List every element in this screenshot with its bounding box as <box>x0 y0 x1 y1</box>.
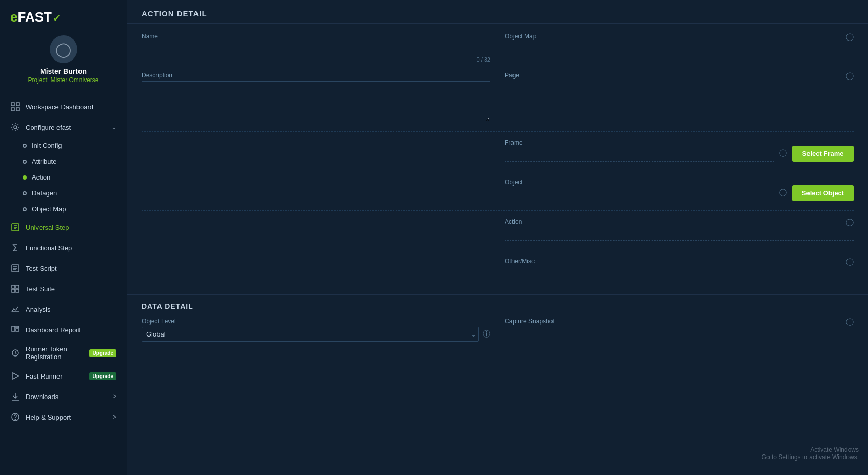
sidebar-item-test-suite[interactable]: Test Suite <box>0 279 127 299</box>
action-help-icon[interactable]: ⓘ <box>846 218 854 228</box>
capture-snapshot-input[interactable] <box>505 327 854 340</box>
sidebar-item-fast-runner[interactable]: Fast Runner Upgrade <box>0 366 127 386</box>
page-group: Page ⓘ <box>505 72 854 122</box>
chart-icon <box>10 304 21 314</box>
name-group: Name 0 / 32 <box>142 33 490 63</box>
sidebar: eFAST✓ ◯ Mister Burton Project: Mister O… <box>0 0 127 475</box>
dashboard-icon <box>10 325 21 335</box>
description-input[interactable] <box>142 81 490 122</box>
svg-rect-1 <box>16 103 19 106</box>
sidebar-item-action[interactable]: Action <box>0 169 127 185</box>
dot-icon <box>23 207 27 211</box>
sidebar-item-help-support[interactable]: Help & Support > <box>0 407 127 427</box>
sidebar-item-attribute[interactable]: Attribute <box>0 153 127 169</box>
select-frame-button[interactable]: Select Frame <box>792 146 854 162</box>
object-input[interactable] <box>505 188 774 201</box>
sidebar-item-label: Init Config <box>32 142 62 149</box>
object-level-group: Object Level Global Local ⌄ ⓘ <box>142 318 490 342</box>
data-detail-section: DATA DETAIL Object Level Global Local ⌄ … <box>127 294 868 356</box>
sidebar-item-label: Downloads <box>26 393 113 401</box>
sidebar-item-functional-step[interactable]: Functional Step <box>0 237 127 258</box>
object-map-help-icon[interactable]: ⓘ <box>846 33 854 43</box>
sidebar-item-configure-efast[interactable]: Configure efast ⌄ <box>0 117 127 137</box>
svg-rect-19 <box>16 329 19 331</box>
object-label: Object <box>505 179 774 186</box>
upgrade-badge[interactable]: Upgrade <box>89 349 116 357</box>
sidebar-item-downloads[interactable]: Downloads > <box>0 386 127 407</box>
object-map-input[interactable] <box>505 42 854 55</box>
dot-icon <box>23 191 27 195</box>
capture-snapshot-group: Capture Snapshot ⓘ <box>505 318 854 342</box>
frame-group: Frame ⓘ Select Frame <box>505 139 854 162</box>
action-label: Action <box>505 218 854 225</box>
sidebar-item-label: Analysis <box>26 306 116 313</box>
page-label: Page <box>505 72 854 79</box>
sidebar-item-label: Functional Step <box>26 244 116 252</box>
sidebar-item-analysis[interactable]: Analysis <box>0 299 127 320</box>
action-group: Action ⓘ <box>505 218 854 241</box>
object-level-label: Object Level <box>142 318 490 325</box>
object-with-btn: Object ⓘ Select Object <box>505 179 854 201</box>
sidebar-item-label: Help & Support <box>26 413 113 421</box>
gear-icon <box>10 122 21 132</box>
dot-icon <box>23 160 27 164</box>
sidebar-item-label: Action <box>32 173 50 181</box>
chevron-right-icon: > <box>113 413 116 421</box>
other-misc-help-icon[interactable]: ⓘ <box>846 258 854 267</box>
upgrade-badge-runner[interactable]: Upgrade <box>89 372 116 380</box>
sidebar-item-init-config[interactable]: Init Config <box>0 137 127 153</box>
app-logo: eFAST✓ <box>10 9 61 25</box>
sidebar-item-object-map[interactable]: Object Map <box>0 201 127 217</box>
user-name: Mister Burton <box>40 67 87 75</box>
page-help-icon[interactable]: ⓘ <box>846 72 854 82</box>
token-icon <box>10 348 21 358</box>
avatar: ◯ <box>50 35 77 63</box>
form-row-2: Description Page ⓘ <box>142 72 854 122</box>
page-header: ACTION DETAIL <box>127 0 868 24</box>
name-char-count: 0 / 32 <box>142 56 490 63</box>
sigma-icon <box>10 243 21 253</box>
form-row-4: Object ⓘ Select Object <box>142 179 854 201</box>
svg-rect-0 <box>11 103 14 106</box>
frame-input[interactable] <box>505 148 774 162</box>
data-detail-row: Object Level Global Local ⌄ ⓘ Capture Sn… <box>142 318 854 342</box>
frame-with-btn: Frame ⓘ Select Frame <box>505 139 854 162</box>
object-group: Object ⓘ Select Object <box>505 179 854 201</box>
sidebar-item-label: Test Script <box>26 265 116 272</box>
page-input[interactable] <box>505 81 854 94</box>
page-title: ACTION DETAIL <box>142 9 854 18</box>
action-input[interactable] <box>505 227 854 241</box>
svg-marker-22 <box>13 373 18 379</box>
svg-rect-15 <box>12 289 15 292</box>
svg-rect-2 <box>11 108 14 111</box>
logo-e: e <box>10 9 17 25</box>
object-level-help-icon[interactable]: ⓘ <box>483 329 490 339</box>
sidebar-item-label: Workspace Dashboard <box>26 103 116 111</box>
sidebar-item-universal-step[interactable]: Universal Step <box>0 217 127 237</box>
other-misc-label: Other/Misc <box>505 258 854 265</box>
sidebar-item-label: Attribute <box>32 157 56 165</box>
svg-point-25 <box>15 419 15 420</box>
svg-rect-3 <box>16 108 19 111</box>
runner-icon <box>10 371 21 381</box>
sidebar-item-runner-token[interactable]: Runner Token Registration Upgrade <box>0 340 127 366</box>
object-help-icon[interactable]: ⓘ <box>779 188 787 198</box>
frame-label: Frame <box>505 139 774 146</box>
name-input[interactable] <box>142 42 490 55</box>
form-row-1: Name 0 / 32 Object Map ⓘ <box>142 33 854 63</box>
chevron-down-icon: ⌄ <box>111 124 116 131</box>
capture-snapshot-help-icon[interactable]: ⓘ <box>846 318 854 327</box>
other-misc-input[interactable] <box>505 267 854 280</box>
download-icon <box>10 391 21 402</box>
sidebar-item-test-script[interactable]: Test Script <box>0 258 127 279</box>
sidebar-item-datagen[interactable]: Datagen <box>0 185 127 201</box>
logo-area: eFAST✓ <box>0 0 127 30</box>
svg-rect-18 <box>12 326 15 331</box>
grid-icon <box>10 102 21 112</box>
sidebar-item-dashboard-report[interactable]: Dashboard Report <box>0 320 127 340</box>
frame-help-icon[interactable]: ⓘ <box>779 149 787 159</box>
select-object-button[interactable]: Select Object <box>792 185 854 201</box>
dot-icon <box>23 175 27 180</box>
object-level-select[interactable]: Global Local <box>142 327 479 342</box>
sidebar-item-workspace-dashboard[interactable]: Workspace Dashboard <box>0 96 127 117</box>
